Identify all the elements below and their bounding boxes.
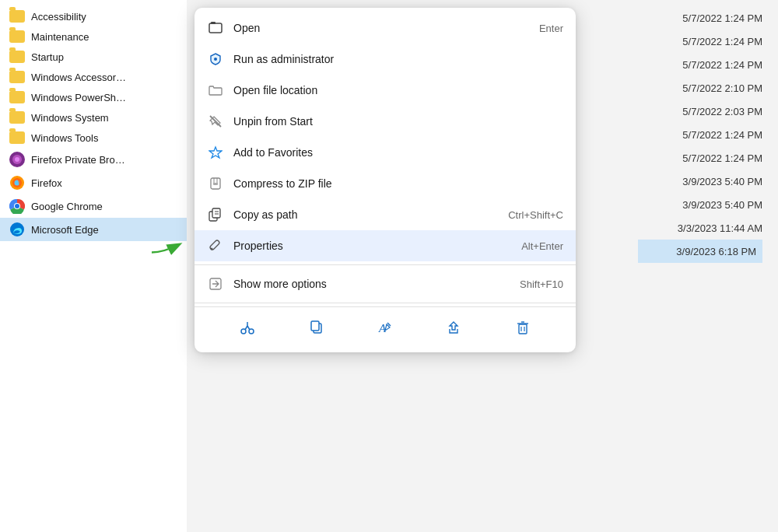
- file-name-windows-powershell: Windows PowerSh…: [31, 92, 126, 103]
- menu-item-open-file-location[interactable]: Open file location: [194, 75, 576, 106]
- file-item-accessibility[interactable]: Accessibility: [0, 6, 187, 26]
- svg-line-29: [247, 326, 250, 330]
- file-item-windows-system[interactable]: Windows System: [0, 107, 187, 128]
- folder-icon-windows-powershell: [9, 91, 25, 103]
- file-name-firefox: Firefox: [31, 177, 62, 189]
- folder-icon-maintenance: [9, 30, 25, 43]
- menu-item-properties-label: Properties: [233, 240, 506, 252]
- file-item-google-chrome[interactable]: Google Chrome: [0, 194, 187, 218]
- file-name-accessibility: Accessibility: [31, 11, 86, 23]
- context-menu-bottom-icons: A: [194, 306, 576, 348]
- svg-point-23: [211, 248, 213, 250]
- folder-icon-startup: [9, 51, 25, 63]
- menu-item-copy-as-path-label: Copy as path: [233, 208, 492, 221]
- chrome-icon: [9, 198, 25, 214]
- file-name-windows-system: Windows System: [31, 112, 109, 124]
- svg-rect-32: [311, 321, 319, 331]
- svg-rect-20: [212, 208, 220, 218]
- svg-point-8: [15, 204, 19, 208]
- star-icon: [207, 144, 224, 161]
- svg-line-28: [245, 326, 247, 330]
- folder-icon-accessibility: [9, 10, 25, 23]
- folder-icon-windows-system: [9, 111, 25, 124]
- file-name-microsoft-edge: Microsoft Edge: [31, 224, 99, 236]
- file-name-google-chrome: Google Chrome: [31, 201, 103, 212]
- shield-icon: [207, 51, 224, 68]
- svg-point-2: [15, 157, 19, 162]
- zip-icon: [207, 175, 224, 192]
- wrench-icon: [207, 237, 224, 254]
- file-item-windows-accessories[interactable]: Windows Accessor…: [0, 67, 187, 87]
- menu-item-copy-as-path-shortcut: Ctrl+Shift+C: [508, 209, 563, 221]
- svg-rect-10: [209, 23, 222, 33]
- menu-item-run-as-admin-label: Run as administrator: [233, 53, 563, 65]
- timestamp-6: 5/7/2022 1:24 PM: [638, 146, 762, 170]
- menu-item-show-more-options-shortcut: Shift+F10: [520, 278, 563, 290]
- copy-path-icon: [207, 206, 224, 223]
- folder-open-icon: [207, 82, 224, 99]
- timestamp-2: 5/7/2022 1:24 PM: [638, 53, 762, 76]
- share-button[interactable]: [440, 313, 468, 341]
- file-list: Accessibility Maintenance Startup Window…: [0, 0, 187, 532]
- menu-item-open-label: Open: [233, 22, 524, 34]
- firefox-icon: [9, 175, 25, 191]
- menu-item-unpin-from-start-label: Unpin from Start: [233, 115, 563, 128]
- svg-rect-35: [519, 324, 527, 334]
- open-icon: [207, 19, 224, 37]
- menu-item-add-to-favorites-label: Add to Favorites: [233, 146, 563, 159]
- copy-button[interactable]: [303, 313, 331, 341]
- menu-item-unpin-from-start[interactable]: Unpin from Start: [194, 106, 576, 137]
- timestamp-7: 3/9/2023 5:40 PM: [638, 170, 762, 193]
- menu-item-run-as-admin[interactable]: Run as administrator: [194, 44, 576, 75]
- folder-icon-windows-tools: [9, 131, 25, 144]
- menu-bottom-divider: [194, 303, 576, 303]
- svg-marker-14: [209, 147, 222, 158]
- file-name-startup: Startup: [31, 51, 64, 63]
- menu-item-open[interactable]: Open Enter: [194, 12, 576, 44]
- timestamp-1: 5/7/2022 1:24 PM: [638, 30, 762, 53]
- timestamps-column: 5/7/2022 1:24 PM 5/7/2022 1:24 PM 5/7/20…: [638, 0, 762, 532]
- file-item-windows-powershell[interactable]: Windows PowerSh…: [0, 87, 187, 107]
- menu-item-properties-shortcut: Alt+Enter: [521, 240, 563, 252]
- file-item-windows-tools[interactable]: Windows Tools: [0, 128, 187, 148]
- timestamp-9: 3/3/2023 11:44 AM: [638, 216, 762, 240]
- timestamp-5: 5/7/2022 1:24 PM: [638, 123, 762, 146]
- menu-divider: [194, 264, 576, 265]
- menu-item-copy-as-path[interactable]: Copy as path Ctrl+Shift+C: [194, 199, 576, 230]
- folder-icon-windows-accessories: [9, 71, 25, 83]
- menu-item-open-file-location-label: Open file location: [233, 84, 563, 96]
- unpin-icon: [207, 113, 224, 130]
- menu-item-show-more-options-label: Show more options: [233, 278, 504, 290]
- edge-icon: [9, 222, 25, 237]
- rename-button[interactable]: A: [371, 313, 399, 341]
- delete-button[interactable]: [509, 313, 537, 341]
- svg-point-12: [214, 58, 217, 61]
- file-name-windows-accessories: Windows Accessor…: [31, 72, 126, 83]
- file-item-firefox-private[interactable]: Firefox Private Bro…: [0, 148, 187, 171]
- context-menu: Open Enter Run as administrator Open fil…: [194, 8, 576, 352]
- timestamp-3: 5/7/2022 2:10 PM: [638, 76, 762, 100]
- menu-item-properties[interactable]: Properties Alt+Enter: [194, 230, 576, 261]
- more-options-icon: [207, 275, 224, 292]
- cut-button[interactable]: [233, 313, 261, 341]
- timestamp-4: 5/7/2022 2:03 PM: [638, 100, 762, 123]
- file-item-maintenance[interactable]: Maintenance: [0, 26, 187, 47]
- timestamp-0: 5/7/2022 1:24 PM: [638, 6, 762, 30]
- file-name-windows-tools: Windows Tools: [31, 132, 98, 144]
- menu-item-compress-zip[interactable]: Compress to ZIP file: [194, 168, 576, 199]
- file-item-startup[interactable]: Startup: [0, 47, 187, 67]
- menu-item-open-shortcut: Enter: [539, 23, 563, 34]
- menu-item-add-to-favorites[interactable]: Add to Favorites: [194, 137, 576, 168]
- svg-rect-11: [211, 22, 216, 24]
- file-name-maintenance: Maintenance: [31, 31, 89, 43]
- timestamp-10: 3/9/2023 6:18 PM: [638, 240, 762, 263]
- file-name-firefox-private: Firefox Private Bro…: [31, 154, 125, 166]
- file-item-firefox[interactable]: Firefox: [0, 171, 187, 194]
- menu-item-compress-zip-label: Compress to ZIP file: [233, 177, 563, 190]
- menu-item-show-more-options[interactable]: Show more options Shift+F10: [194, 268, 576, 299]
- timestamp-8: 3/9/2023 5:40 PM: [638, 193, 762, 216]
- properties-arrow-indicator: [148, 233, 191, 259]
- firefox-private-icon: [9, 152, 25, 167]
- svg-rect-18: [213, 183, 218, 185]
